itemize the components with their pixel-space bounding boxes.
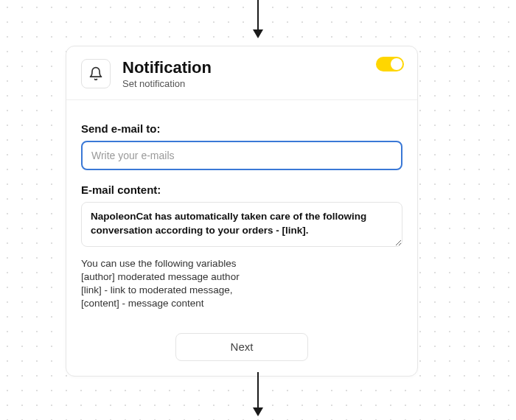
flow-connector-top [257,0,259,29]
bell-icon [81,59,111,88]
arrow-down-icon [253,407,263,416]
content-field-label: E-mail content: [81,183,402,196]
arrow-down-icon [253,29,263,38]
flow-connector-bottom [257,372,259,407]
toggle-knob [391,58,402,70]
next-button[interactable]: Next [175,333,308,361]
notification-toggle[interactable] [376,57,404,71]
card-subtitle: Set notification [122,78,402,89]
notification-node-card: Notification Set notification Send e-mai… [66,46,418,377]
email-field-label: Send e-mail to: [81,122,402,135]
email-content-textarea[interactable] [81,202,402,246]
card-header: Notification Set notification [66,46,417,100]
email-input[interactable] [81,141,402,170]
card-title: Notification [122,58,402,77]
variables-hint: You can use the following variables [aut… [81,257,402,311]
card-body: Send e-mail to: E-mail content: You can … [66,100,417,375]
card-title-block: Notification Set notification [122,58,402,89]
